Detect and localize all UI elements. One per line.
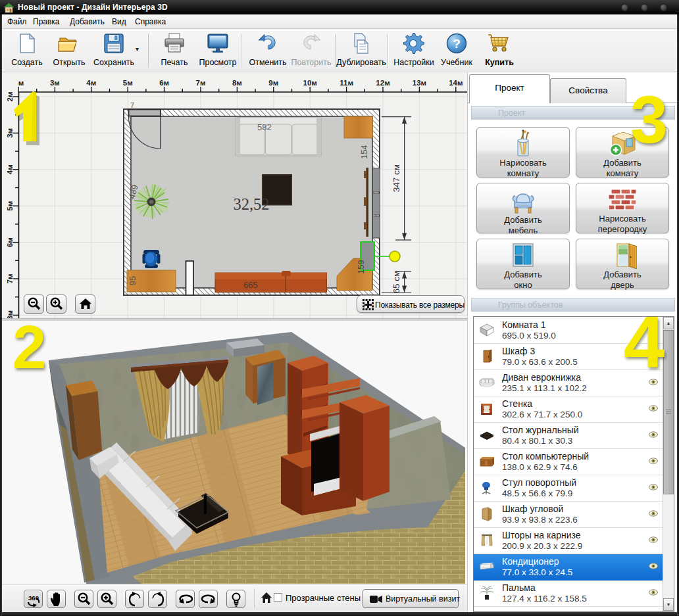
svg-text:11м: 11м (340, 79, 353, 87)
svg-text:10м: 10м (303, 79, 317, 87)
svg-text:582: 582 (257, 122, 272, 132)
svg-text:4м: 4м (86, 79, 96, 87)
svg-text:32,52: 32,52 (233, 195, 269, 213)
svg-text:347 см: 347 см (391, 164, 401, 192)
svg-text:159: 159 (356, 260, 366, 274)
svg-text:154: 154 (359, 145, 369, 159)
svg-text:360: 360 (28, 594, 39, 602)
svg-text:3м: 3м (50, 79, 60, 87)
svg-text:665: 665 (243, 280, 258, 290)
svg-text:6м: 6м (6, 237, 14, 247)
svg-text:6м: 6м (159, 79, 169, 87)
svg-text:14м: 14м (449, 79, 463, 87)
svg-text:12м: 12м (376, 79, 390, 87)
svg-text:4м: 4м (6, 164, 14, 174)
svg-text:м: м (18, 79, 24, 87)
svg-text:8м: 8м (232, 79, 242, 87)
svg-text:8м: 8м (6, 310, 14, 318)
svg-text:7м: 7м (196, 79, 206, 87)
svg-text:13м: 13м (413, 79, 426, 87)
svg-text:7м: 7м (6, 274, 14, 284)
svg-text:7: 7 (130, 101, 134, 109)
svg-text:5м: 5м (6, 201, 14, 211)
svg-text:9м: 9м (268, 79, 278, 87)
svg-text:95: 95 (128, 276, 138, 285)
svg-text:65 см: 65 см (391, 271, 401, 294)
svg-text:?: ? (453, 37, 461, 51)
svg-text:5м: 5м (123, 79, 133, 87)
